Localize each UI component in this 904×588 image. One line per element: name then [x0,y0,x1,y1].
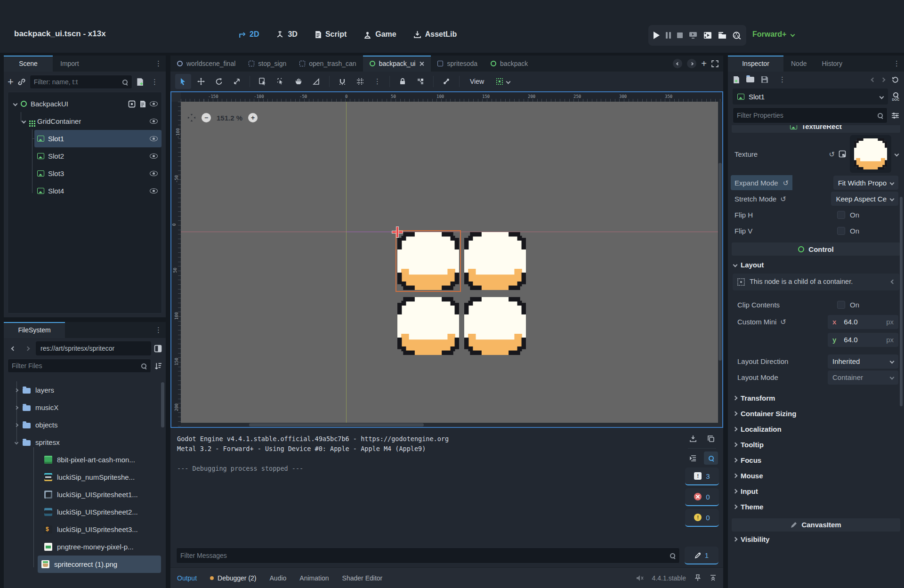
visibility-toggle-icon[interactable] [150,153,158,159]
editable-children-icon[interactable] [128,100,136,108]
debugger-tab[interactable]: Debugger (2) [210,574,257,582]
grid-snap-icon[interactable] [352,74,368,89]
control-section-header[interactable]: Control [732,242,900,256]
new-scene-tab-button[interactable]: + [701,59,707,68]
expand-arrow-icon[interactable] [15,405,18,409]
expand-viewport-icon[interactable] [711,60,718,67]
section-theme[interactable]: Theme [728,499,904,515]
zoom-out-button[interactable]: − [202,113,211,122]
flip-h-checkbox[interactable] [837,211,845,219]
pivot-crosshair[interactable] [392,227,403,237]
vertical-scrollbar[interactable] [718,102,722,423]
section-visibility[interactable]: Visibility [728,532,904,547]
remote-debug-icon[interactable] [689,32,697,39]
pin-icon[interactable] [694,574,701,581]
scene-node-row-selected[interactable]: Slot1 [34,130,161,147]
custom-min-y-field[interactable]: y 64.0 px [828,333,898,347]
section-container-sizing[interactable]: Container Sizing [728,406,904,421]
expand-arrow-icon[interactable] [13,102,18,106]
slot4-sprite[interactable] [464,297,526,355]
slot2-sprite[interactable] [464,232,526,290]
animation-tab[interactable]: Animation [299,574,329,582]
lock-node-button[interactable] [395,74,411,89]
zoom-in-button[interactable]: + [248,113,258,122]
revert-icon[interactable]: ↺ [780,195,786,202]
errors-badge[interactable]: 0 [685,488,719,506]
scale-tool-button[interactable] [229,74,245,89]
slot3-sprite[interactable] [397,297,459,355]
stretch-mode-dropdown[interactable]: Keep Aspect Ce [831,192,898,206]
play-current-scene-icon[interactable] [703,32,712,39]
file-row[interactable]: luckiSip_UISpritesheet2... [4,503,166,521]
visibility-toggle-icon[interactable] [150,136,158,141]
collapse-duplicates-icon[interactable] [686,451,700,465]
script-icon[interactable] [139,100,146,108]
inspector-scrollbar[interactable] [900,197,903,406]
tab-scene[interactable]: Scene [4,56,53,72]
scene-node-row[interactable]: BackpackUI [8,95,161,113]
select-pivot-button[interactable] [273,74,289,89]
scene-tab[interactable]: backpack [484,56,534,72]
scene-node-row[interactable]: GridContainer [8,113,161,130]
section-localization[interactable]: Localization [728,421,904,437]
snap-options-menu-icon[interactable]: ⋮ [370,77,385,86]
file-row[interactable]: 8bit-pixel-art-cash-mon... [4,451,166,468]
new-resource-icon[interactable] [733,76,740,84]
attach-script-icon[interactable] [136,78,144,86]
chevron-left-icon[interactable] [891,280,896,284]
scene-filter-input[interactable] [34,78,119,86]
expand-mode-dropdown[interactable]: Fit Width Propo [833,176,898,190]
scene-tree-menu-icon[interactable]: ⋮ [147,78,162,86]
scene-tab-active[interactable]: backpack_ui [363,56,431,72]
select-tool-button[interactable] [175,74,191,89]
group-node-button[interactable] [412,74,428,89]
section-tooltip[interactable]: Tooltip [728,437,904,452]
custom-min-x-field[interactable]: x 64.0 px [828,315,898,329]
texture-preview[interactable] [850,135,891,173]
folder-row[interactable]: layers [4,381,166,399]
section-input[interactable]: Input [728,483,904,499]
scene-node-row[interactable]: Slot4 [8,182,161,200]
folder-row[interactable]: objects [4,416,166,434]
copy-log-icon[interactable] [704,432,718,445]
search-messages-icon[interactable] [704,451,718,465]
close-icon[interactable] [419,61,424,66]
dock-menu-icon[interactable]: ⋮ [889,56,904,72]
expand-arrow-icon[interactable] [15,388,18,392]
file-row[interactable]: pngtree-money-pixel-p... [4,538,166,556]
renderer-dropdown[interactable]: Forward+ [752,30,794,39]
collapse-arrow-icon[interactable] [15,440,18,444]
visibility-toggle-icon[interactable] [150,119,158,124]
tab-forward-button[interactable] [687,59,696,68]
tab-import[interactable]: Import [53,56,87,72]
shader-editor-tab[interactable]: Shader Editor [342,574,383,582]
tab-history[interactable]: History [814,56,850,72]
visibility-toggle-icon[interactable] [150,188,158,193]
movie-maker-icon[interactable] [733,32,741,40]
open-docs-button[interactable]: DOC [892,92,899,101]
rotate-tool-button[interactable] [211,74,227,89]
visibility-toggle-icon[interactable] [150,101,158,106]
path-field[interactable]: res://art/spritesx/spritecor [36,341,151,355]
scrollbar[interactable] [161,382,164,427]
sort-files-icon[interactable] [154,362,162,370]
mute-icon[interactable] [636,575,644,581]
tab-filesystem[interactable]: FileSystem [4,322,65,338]
workspace-2d-button[interactable]: 2D [238,30,259,39]
add-node-button[interactable]: + [8,77,14,87]
history-forward-icon[interactable] [881,77,886,82]
tab-back-button[interactable] [673,59,682,68]
folder-row[interactable]: musicX [4,399,166,416]
section-transform[interactable]: Transform [728,390,904,406]
tab-node[interactable]: Node [783,56,814,72]
zoom-level[interactable]: 151.2 % [217,114,242,122]
message-filter-input[interactable] [180,552,667,559]
scene-tab[interactable]: worldscene_final [170,56,242,72]
warnings-badge[interactable]: ! 0 [685,509,719,527]
file-row-selected[interactable]: spritecorrect (1).png [38,556,161,573]
viewport[interactable]: -150 -100 -50 0 50 100 150 200 250 300 3… [170,91,723,428]
pause-button[interactable] [666,32,671,39]
edit-texture-icon[interactable] [839,150,846,158]
texturerect-section-header[interactable]: TextureRect [732,125,900,133]
scene-node-row[interactable]: Slot2 [8,147,161,165]
